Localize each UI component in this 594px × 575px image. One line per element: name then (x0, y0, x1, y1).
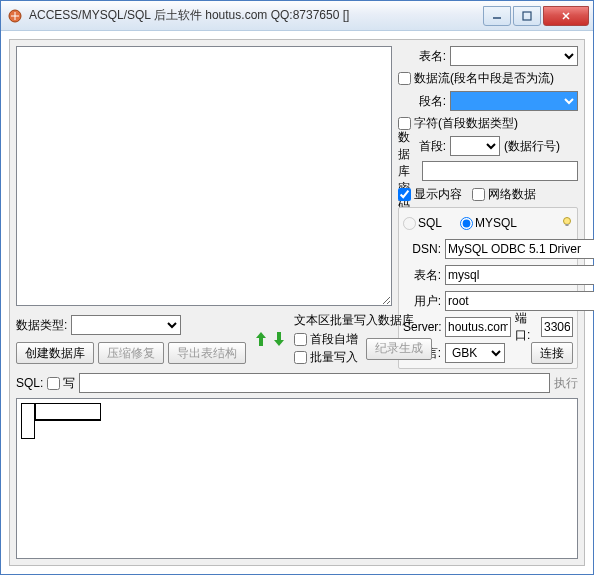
bulb-icon (561, 216, 573, 231)
dataflow-checkbox[interactable] (398, 72, 411, 85)
right-panel: 表名: 数据流(段名中段是否为流) 段名: 字符(首段数据类型) (398, 46, 578, 306)
sql-radio[interactable] (403, 217, 416, 230)
create-db-button[interactable]: 创建数据库 (16, 342, 94, 364)
datatype-label: 数据类型: (16, 317, 67, 334)
tablename-select[interactable] (450, 46, 578, 66)
sql-row: SQL: 写 执行 (16, 372, 578, 394)
rowno-label: (数据行号) (504, 138, 560, 155)
sql-input[interactable] (79, 373, 550, 393)
maximize-button[interactable] (513, 6, 541, 26)
dbpwd-input[interactable] (422, 161, 578, 181)
arrow-down-icon (270, 328, 288, 350)
dsn-input[interactable] (445, 239, 594, 259)
swap-arrows[interactable] (252, 328, 288, 350)
execute-label: 执行 (554, 375, 578, 392)
sql-write-label: 写 (63, 375, 75, 392)
segname-label: 段名: (398, 93, 446, 110)
titlebar[interactable]: ACCESS/MYSQL/SQL 后土软件 houtus.com QQ:8737… (1, 1, 593, 31)
window-title: ACCESS/MYSQL/SQL 后土软件 houtus.com QQ:8737… (29, 7, 483, 24)
firstseg-select[interactable] (450, 136, 500, 156)
firstauto-checkbox[interactable] (294, 333, 307, 346)
db-user-input[interactable] (445, 291, 594, 311)
db-user-label: 用户: (403, 293, 441, 310)
mysql-radio-label: MYSQL (475, 216, 517, 230)
netdata-label: 网络数据 (488, 186, 536, 203)
datatype-select[interactable] (71, 315, 181, 335)
batchwrite-checkbox[interactable] (294, 351, 307, 364)
svg-rect-3 (566, 224, 569, 226)
minimize-button[interactable] (483, 6, 511, 26)
chartype-label: 字符(首段数据类型) (414, 115, 518, 132)
showcontent-checkbox[interactable] (398, 188, 411, 201)
firstauto-label: 首段自增 (310, 331, 358, 348)
sql-label: SQL: (16, 376, 43, 390)
dsn-label: DSN: (403, 242, 441, 256)
window-controls (483, 6, 589, 26)
app-window: ACCESS/MYSQL/SQL 后土软件 houtus.com QQ:8737… (0, 0, 594, 575)
compress-button[interactable]: 压缩修复 (98, 342, 164, 364)
inner-panel: 表名: 数据流(段名中段是否为流) 段名: 字符(首段数据类型) (9, 39, 585, 566)
middle-row: 数据类型: 创建数据库 压缩修复 导出表结构 文本区批量写入数据库 (16, 310, 578, 368)
grid-corner (21, 403, 101, 439)
netdata-checkbox[interactable] (472, 188, 485, 201)
client-area: 表名: 数据流(段名中段是否为流) 段名: 字符(首段数据类型) (1, 31, 593, 574)
db-table-label: 表名: (403, 267, 441, 284)
segname-select[interactable] (450, 91, 578, 111)
db-table-input[interactable] (445, 265, 594, 285)
result-grid[interactable] (16, 398, 578, 559)
showcontent-label: 显示内容 (414, 186, 462, 203)
svg-point-2 (564, 217, 571, 224)
mysql-radio[interactable] (460, 217, 473, 230)
sql-write-checkbox[interactable] (47, 377, 60, 390)
export-struct-button[interactable]: 导出表结构 (168, 342, 246, 364)
main-textarea[interactable] (16, 46, 392, 306)
gen-record-button[interactable]: 纪录生成 (366, 338, 432, 360)
batch-write-label: 文本区批量写入数据库 (294, 312, 432, 329)
dataflow-label: 数据流(段名中段是否为流) (414, 70, 554, 87)
svg-rect-1 (523, 12, 531, 20)
app-icon (7, 8, 23, 24)
tablename-label: 表名: (398, 48, 446, 65)
close-button[interactable] (543, 6, 589, 26)
sql-radio-label: SQL (418, 216, 442, 230)
batchwrite-label: 批量写入 (310, 349, 358, 366)
arrow-up-icon (252, 328, 270, 350)
